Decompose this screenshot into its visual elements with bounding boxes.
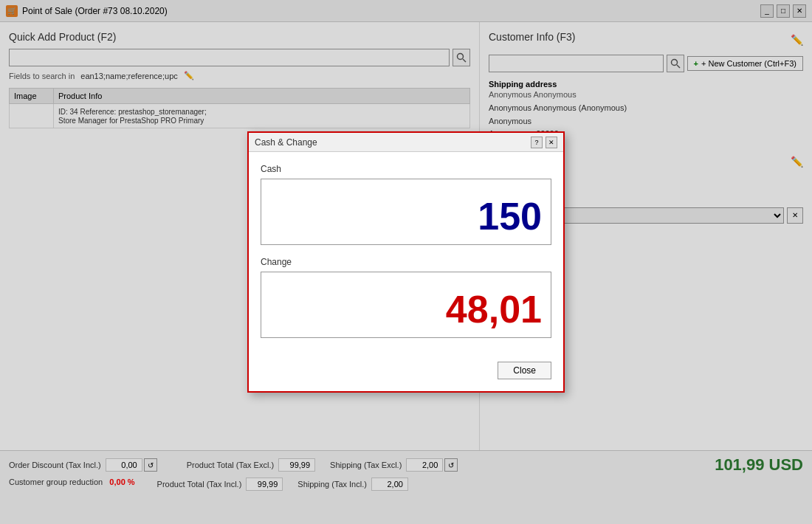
close-modal-button[interactable]: Close xyxy=(498,362,551,379)
cash-value: 150 xyxy=(478,194,542,238)
modal-close-button[interactable]: ✕ xyxy=(546,137,557,148)
change-value: 48,01 xyxy=(446,287,542,331)
modal-help-button[interactable]: ? xyxy=(531,137,543,148)
cash-input-display[interactable]: 150 xyxy=(261,179,551,245)
modal-title: Cash & Change xyxy=(255,137,317,148)
change-display: 48,01 xyxy=(261,272,551,338)
change-label: Change xyxy=(261,257,551,267)
cash-label: Cash xyxy=(261,164,551,174)
cash-change-modal: Cash & Change ? ✕ Cash 150 Change 48,01 … xyxy=(247,131,565,393)
modal-overlay: Cash & Change ? ✕ Cash 150 Change 48,01 … xyxy=(0,0,812,524)
